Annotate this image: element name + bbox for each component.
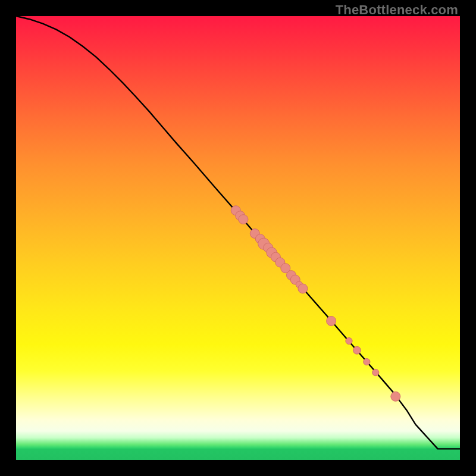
chart-overlay xyxy=(0,0,476,476)
data-dot xyxy=(364,359,370,365)
chart-stage: TheBottleneck.com xyxy=(0,0,476,476)
bottleneck-curve xyxy=(16,16,460,449)
data-dot xyxy=(372,369,379,375)
data-dot xyxy=(346,337,352,344)
data-dot xyxy=(327,317,336,326)
data-dot xyxy=(353,346,361,354)
data-dot xyxy=(298,284,308,293)
data-dot xyxy=(391,392,400,401)
data-dot xyxy=(239,215,248,224)
